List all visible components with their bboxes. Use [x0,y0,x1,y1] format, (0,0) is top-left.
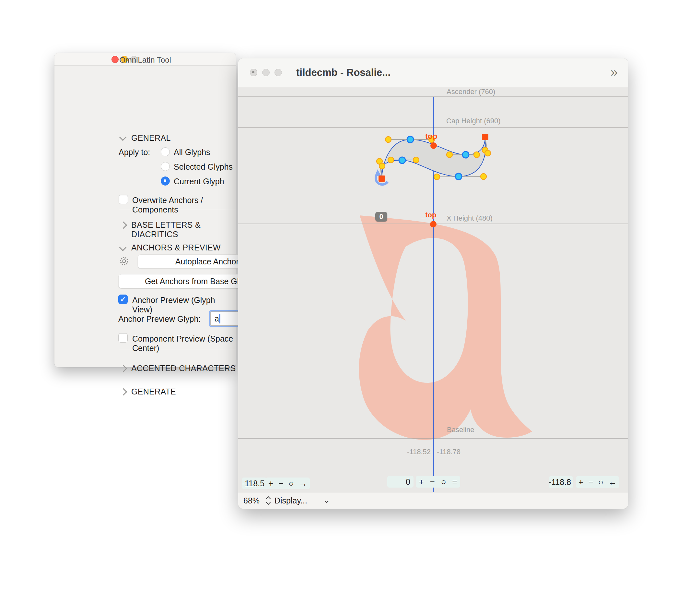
glyph-editor-window: tildecmb - Rosalie... » [238,58,628,509]
chevron-down-icon[interactable] [120,134,125,141]
center-metric-field[interactable]: 0 [387,476,413,487]
minus-button[interactable]: − [278,478,283,488]
chevron-down-icon[interactable]: ⌄ [323,495,330,505]
left-metric-buttons[interactable]: + − ○ → [266,477,310,489]
zoom-button[interactable] [274,69,282,76]
right-metric-buttons[interactable]: + − ○ ← [576,476,619,488]
zoom-level[interactable]: 68% [244,496,260,505]
editor-titlebar[interactable]: tildecmb - Rosalie... » [238,58,628,87]
minus-button[interactable]: − [588,477,593,487]
overwrite-checkbox[interactable] [119,195,128,204]
section-general[interactable]: GENERAL [131,133,171,143]
plus-button[interactable]: + [268,478,273,488]
arrow-left-button[interactable]: ← [608,477,617,487]
glyph-canvas[interactable]: Ascender (760) Cap Height (690) X Height… [238,87,628,492]
expand-sidebar-icon[interactable]: » [611,65,618,79]
baseline-label: Baseline [447,426,474,434]
minimize-button[interactable] [262,69,270,76]
component-preview-label: Component Preview (Space Center) [132,334,236,353]
section-base-letters[interactable]: BASE LETTERS & DIACRITICS [131,220,236,239]
ascender-label: Ascender (760) [447,88,495,96]
checkmark-icon: ✓ [120,295,126,303]
chevron-right-icon[interactable] [121,366,126,372]
close-button[interactable] [250,69,257,76]
panel-title: OmniLatin Tool [54,55,236,65]
arrow-right-button[interactable]: → [299,478,307,488]
desktop: OmniLatin Tool GENERAL Apply to: All Gly… [0,0,700,593]
x-height-label: X Height (480) [447,214,493,223]
right-metric-field[interactable]: -118.8 [549,476,573,488]
left-sidebearing-value: -118.52 [407,448,430,456]
circle-button[interactable]: ○ [289,478,294,488]
zoom-stepper-icon[interactable] [266,497,271,505]
overwrite-label: Overwrite Anchors / Components [132,196,236,214]
editor-statusbar: 68% Display... ⌄ [238,492,628,509]
cap-height-label: Cap Height (690) [446,117,501,125]
chevron-right-icon[interactable] [121,389,126,396]
left-metric-field[interactable]: -118.5 [242,477,267,489]
anchor-top [430,143,437,149]
glyph-artwork [238,87,628,492]
section-anchors-preview[interactable]: ANCHORS & PREVIEW [131,243,221,252]
gear-icon[interactable] [119,256,129,266]
node-index-badge: 0 [375,212,387,222]
panel-titlebar[interactable]: OmniLatin Tool [54,53,236,66]
minus-button[interactable]: − [430,477,435,487]
anchor-preview-checkbox[interactable]: ✓ [118,294,128,304]
apply-to-label: Apply to: [119,148,150,157]
radio-current-glyph[interactable] [161,176,170,186]
anchor-under-top-label[interactable]: _top [421,211,436,219]
radio-current-glyph-label: Current Glyph [174,177,224,186]
radio-all-glyphs[interactable] [161,147,170,156]
component-preview-checkbox[interactable] [118,333,128,343]
chevron-right-icon[interactable] [121,223,126,229]
radio-all-glyphs-label: All Glyphs [174,148,210,157]
circle-button[interactable]: ○ [598,477,603,487]
anchor-under-top [430,221,437,227]
anchor-top-label[interactable]: top [425,132,437,141]
center-metric-buttons[interactable]: + − ○ = [416,476,460,487]
editor-window-title: tildecmb - Rosalie... [296,67,391,79]
circle-button[interactable]: ○ [441,477,446,487]
section-accented-characters[interactable]: ACCENTED CHARACTERS [131,364,235,373]
glyph-field-label: Anchor Preview Glyph: [118,314,201,324]
plus-button[interactable]: + [419,477,424,487]
text-caret [219,314,220,323]
plus-button[interactable]: + [578,477,583,487]
chevron-down-icon[interactable] [120,245,125,251]
display-menu[interactable]: Display... [274,496,307,505]
equals-button[interactable]: = [452,477,457,487]
section-generate[interactable]: GENERATE [131,387,176,396]
preview-glyph-a [359,215,532,440]
omnilatin-tool-panel: OmniLatin Tool GENERAL Apply to: All Gly… [54,53,236,367]
right-sidebearing-value: -118.78 [437,448,461,456]
radio-selected-glyphs-label: Selected Glyphs [174,162,233,171]
radio-selected-glyphs[interactable] [161,162,170,171]
